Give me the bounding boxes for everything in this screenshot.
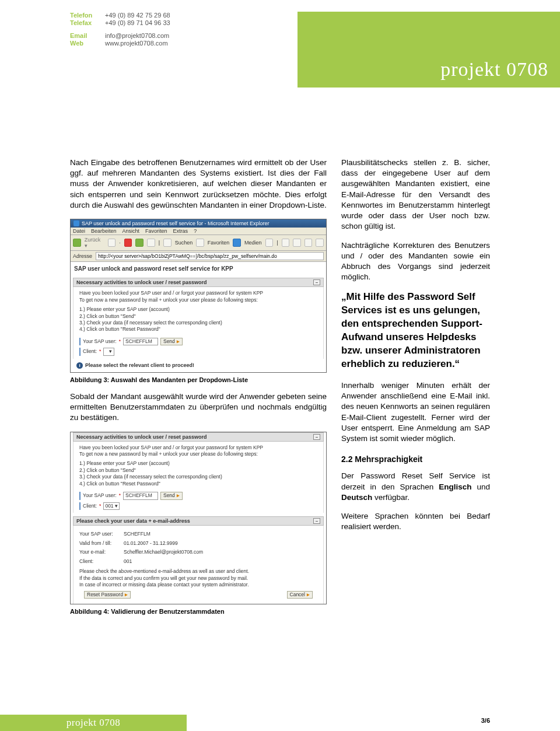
left-para-2: Sobald der Mandant ausgewählt wurde wird…	[70, 391, 327, 424]
stop-icon[interactable]	[124, 239, 132, 247]
fig4-section1-title: Necessary activities to unlock user / re…	[76, 434, 207, 440]
menu-ansicht[interactable]: Ansicht	[123, 228, 140, 234]
addr-input[interactable]	[96, 252, 324, 260]
web-value: www.projekt0708.com	[105, 40, 168, 47]
fig4-client-label: Client:	[83, 503, 97, 509]
fig4-send-button[interactable]: Send▸	[160, 492, 183, 499]
collapse-icon[interactable]: –	[313, 434, 320, 440]
fig4-user-input[interactable]: SCHEFFLM	[123, 492, 158, 499]
info-icon: i	[76, 362, 83, 369]
send-button[interactable]: Send▸	[160, 338, 183, 345]
edit-icon[interactable]	[304, 239, 313, 247]
email-value: info@projekt0708.com	[105, 32, 169, 39]
fig4-step-2: 2.) Click on button "Send"	[79, 467, 317, 474]
sap-step-3: 3.) Check your data (if necessary select…	[79, 320, 317, 326]
confirm-text: Please check the above-mentioned e-mail-…	[79, 568, 317, 588]
sap-section-necessary: Necessary activities to unlock user / re…	[73, 278, 324, 287]
menu-datei[interactable]: Datei	[73, 228, 85, 234]
logo-banner: projekt 0708	[298, 12, 560, 88]
figure-3-caption: Abbildung 3: Auswahl des Mandanten per D…	[70, 376, 327, 383]
fig4-section-necessary: Necessary activities to unlock user / re…	[73, 432, 324, 442]
ie-icon	[74, 221, 79, 226]
right-para-5: Weitere Sprachen könnten bei Bedarf real…	[341, 511, 490, 532]
logo-text: projekt 0708	[440, 58, 548, 81]
sap-intro: Have you been locked your SAP user and /…	[79, 290, 317, 303]
ie-toolbar: Zurück ▾ · | Suchen Favoriten Medien |	[71, 235, 326, 251]
telefon-label: Telefon	[70, 12, 105, 19]
media-icon[interactable]	[233, 239, 241, 247]
right-para-3: Innerhalb weniger Minuten erhält der Anw…	[341, 380, 490, 444]
sap-step-4: 4.) Click on button "Reset Password"	[79, 326, 317, 333]
confirm-user-value: SCHEFFLM	[124, 531, 150, 537]
figure-4: Necessary activities to unlock user / re…	[70, 432, 327, 605]
telefax-label: Telefax	[70, 19, 105, 26]
confirm-user-label: Your SAP user:	[79, 531, 121, 537]
right-para-4: Der Password Reset Self Service ist derz…	[341, 471, 490, 503]
content-area: Nach Eingabe des betroffenen Benutzernam…	[70, 158, 490, 623]
print-icon[interactable]	[293, 239, 301, 247]
cancel-button[interactable]: Cancel▸	[287, 591, 313, 599]
sap-section-title: Necessary activities to unlock user / re…	[76, 279, 207, 285]
fig4-section-check: Please check your user data + e-mail-add…	[73, 516, 324, 526]
client2-value: 001	[124, 558, 132, 565]
fig4-client-select[interactable]: 001 ▾	[103, 502, 120, 510]
right-column: Plausbilitätschecks stellen z. B. sicher…	[341, 158, 490, 623]
sap-client-select[interactable]: ▾	[103, 348, 114, 355]
figure-3: SAP user unlock and password reset self …	[70, 219, 327, 373]
quote-block: „Mit Hilfe des Password Self Services is…	[341, 291, 490, 371]
figure-4-caption: Abbildung 4: Validierung der Benutzersta…	[70, 608, 327, 615]
valid-value: 01.01.2007 - 31.12.9999	[124, 540, 178, 547]
valid-label: Valid from / till:	[79, 540, 121, 547]
fig4-step-1: 1.) Please enter your SAP user (account)	[79, 460, 317, 467]
ie-menubar: Datei Bearbeiten Ansicht Favoriten Extra…	[71, 228, 326, 235]
refresh-icon[interactable]	[135, 239, 144, 247]
client2-label: Client:	[79, 558, 121, 565]
menu-help[interactable]: ?	[194, 228, 197, 234]
sap-note-text: Please select the relevant client to pro…	[85, 362, 194, 368]
right-para-2: Nachträgliche Korrekturen des Benutzers …	[341, 240, 490, 283]
footer-logo: projekt 0708	[0, 715, 187, 731]
fig4-step-3: 3.) Check your data (if necessary select…	[79, 474, 317, 480]
fig4-intro: Have you been locked your SAP user and /…	[79, 445, 317, 458]
menu-bearbeiten[interactable]: Bearbeiten	[91, 228, 117, 234]
collapse-icon[interactable]: –	[313, 279, 320, 285]
sap-user-input[interactable]: SCHEFFLM	[123, 338, 158, 345]
collapse-icon[interactable]: –	[313, 518, 320, 524]
search-icon[interactable]	[163, 239, 172, 247]
forward-icon[interactable]	[108, 239, 116, 247]
email-label2: Your e-mail:	[79, 549, 121, 555]
left-para-1: Nach Eingabe des betroffenen Benutzernam…	[70, 158, 327, 211]
telefax-value: +49 (0) 89 71 04 96 33	[105, 19, 170, 26]
right-para-1: Plausbilitätschecks stellen z. B. sicher…	[341, 158, 490, 232]
section-heading: 2.2 Mehrsprachigkeit	[341, 454, 490, 464]
telefon-value: +49 (0) 89 42 75 29 68	[105, 12, 170, 19]
history-icon[interactable]	[265, 239, 274, 247]
toolbar-medien[interactable]: Medien	[244, 240, 262, 246]
sap-page-title: SAP user unlock and password reset self …	[71, 262, 326, 278]
menu-favoriten[interactable]: Favoriten	[145, 228, 167, 234]
ie-address-bar: Adresse	[71, 251, 326, 262]
ie-titlebar: SAP user unlock and password reset self …	[71, 219, 326, 228]
left-column: Nach Eingabe des betroffenen Benutzernam…	[70, 158, 327, 623]
fig4-user-label: Your SAP user:	[83, 492, 117, 499]
menu-extras[interactable]: Extras	[173, 228, 188, 234]
mail-icon[interactable]	[282, 239, 290, 247]
ie-title-text: SAP user unlock and password reset self …	[82, 221, 269, 226]
fig4-step-4: 4.) Click on button "Reset Password"	[79, 481, 317, 487]
reset-password-button[interactable]: Reset Password▸	[84, 591, 131, 599]
email-label: Email	[70, 32, 105, 39]
favorites-icon[interactable]	[196, 239, 204, 247]
back-icon[interactable]	[73, 239, 81, 247]
addr-label: Adresse	[73, 253, 92, 259]
fig4-section2-title: Please check your user data + e-mail-add…	[76, 518, 190, 524]
sap-step-1: 1.) Please enter your SAP user (account)	[79, 306, 317, 313]
page-number: 3/6	[481, 717, 490, 724]
email-value2: Scheffler.Michael@projekt0708.com	[124, 549, 203, 555]
discuss-icon[interactable]	[316, 239, 324, 247]
sap-step-2: 2.) Click on button "Send"	[79, 313, 317, 320]
toolbar-favoriten[interactable]: Favoriten	[208, 240, 230, 246]
web-label: Web	[70, 40, 105, 47]
toolbar-suchen[interactable]: Suchen	[175, 240, 193, 246]
home-icon[interactable]	[147, 239, 155, 247]
sap-user-label: Your SAP user:	[83, 338, 117, 345]
